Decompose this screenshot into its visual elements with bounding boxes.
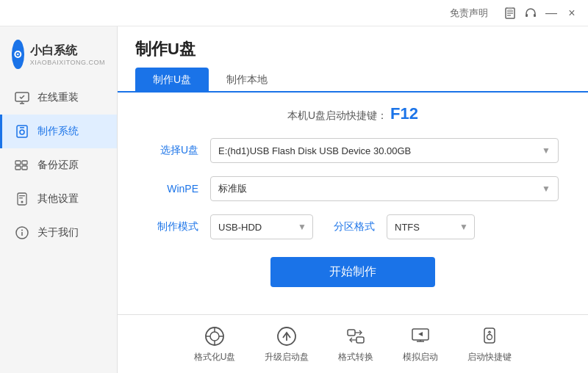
form-area: 本机U盘启动快捷键： F12 选择U盘 E:(hd1)USB Flash Dis… (118, 104, 588, 314)
mode-value: USB-HDD (218, 222, 262, 233)
shortcut-hint-text: 本机U盘启动快捷键： (287, 109, 387, 121)
page-title: 制作U盘 (135, 38, 196, 60)
sidebar-item-make-system[interactable]: 制作系统 (0, 115, 117, 148)
partition-dropdown-arrow-icon: ▼ (459, 222, 468, 232)
partition-value: NTFS (395, 222, 420, 233)
sidebar-item-backup-restore[interactable]: 备份还原 (0, 148, 117, 182)
logo-icon (12, 40, 24, 69)
bottom-toolbar: 格式化U盘 升级启动盘 (118, 314, 588, 373)
toolbar-boot-shortcut[interactable]: 启动快捷键 (467, 325, 512, 363)
sidebar-item-online-reinstall-label: 在线重装 (37, 91, 79, 104)
upgrade-boot-icon (275, 325, 298, 348)
svg-point-22 (21, 201, 24, 203)
logo-main-text: 小白系统 (30, 43, 105, 59)
winpe-value: 标准版 (218, 182, 551, 195)
svg-rect-18 (15, 166, 21, 170)
about-us-icon (14, 225, 30, 241)
mode-partition-row: 制作模式 USB-HDD ▼ 分区格式 NTFS ▼ (147, 214, 559, 239)
sidebar-item-backup-restore-label: 备份还原 (37, 159, 79, 172)
partition-dropdown[interactable]: NTFS ▼ (387, 214, 475, 239)
boot-shortcut-icon (478, 325, 501, 348)
svg-rect-19 (22, 161, 27, 164)
svg-point-10 (17, 54, 18, 55)
svg-rect-23 (19, 195, 25, 196)
mode-dropdown-arrow-icon: ▼ (298, 222, 306, 232)
svg-rect-5 (526, 14, 528, 17)
svg-point-15 (20, 130, 24, 134)
sidebar-item-other-settings[interactable]: 其他设置 (0, 182, 117, 216)
clipboard-icon[interactable] (500, 3, 520, 23)
svg-rect-17 (15, 161, 21, 164)
toolbar-format-usb-label: 格式化U盘 (194, 351, 236, 363)
content-area: 制作U盘 制作U盘 制作本地 本机U盘启动快捷键： F12 选择U盘 E:(hd… (118, 26, 588, 373)
winpe-row: WinPE 标准版 ▼ (147, 176, 559, 201)
format-convert-icon (344, 325, 368, 348)
usb-select-row: 选择U盘 E:(hd1)USB Flash Disk USB Device 30… (147, 138, 559, 163)
toolbar-format-convert-label: 格式转换 (338, 351, 373, 363)
logo-sub-text: XIAOBAIXITONG.COM (30, 59, 105, 66)
usb-label: 选择U盘 (147, 144, 198, 157)
format-usb-icon (203, 325, 226, 348)
logo-text: 小白系统 XIAOBAIXITONG.COM (30, 43, 105, 66)
page-header: 制作U盘 (118, 26, 588, 66)
mode-group: 制作模式 USB-HDD ▼ (147, 214, 313, 239)
logo-area: 小白系统 XIAOBAIXITONG.COM (0, 32, 117, 81)
tab-make-local[interactable]: 制作本地 (209, 68, 285, 93)
start-make-button[interactable]: 开始制作 (270, 257, 435, 287)
sidebar-item-about-us[interactable]: 关于我们 (0, 216, 117, 250)
close-button[interactable]: × (562, 3, 582, 23)
shortcut-hint: 本机U盘启动快捷键： F12 (147, 104, 559, 123)
free-statement-label[interactable]: 免责声明 (450, 7, 488, 20)
winpe-dropdown-arrow-icon: ▼ (542, 184, 551, 194)
toolbar-format-convert[interactable]: 格式转换 (338, 325, 373, 363)
partition-label: 分区格式 (331, 220, 375, 233)
winpe-dropdown[interactable]: 标准版 ▼ (210, 176, 559, 201)
app-body: 小白系统 XIAOBAIXITONG.COM 在线重装 (0, 26, 588, 373)
svg-rect-6 (534, 14, 536, 17)
svg-rect-24 (19, 198, 23, 198)
toolbar-format-usb[interactable]: 格式化U盘 (194, 325, 236, 363)
usb-select-value: E:(hd1)USB Flash Disk USB Device 30.00GB (218, 145, 551, 156)
svg-point-29 (210, 332, 219, 341)
tab-make-usb[interactable]: 制作U盘 (135, 68, 209, 93)
headset-icon[interactable] (520, 3, 541, 23)
toolbar-upgrade-boot-label: 升级启动盘 (265, 351, 309, 363)
svg-rect-21 (18, 193, 26, 205)
svg-rect-36 (348, 330, 355, 336)
svg-point-42 (487, 335, 492, 340)
svg-rect-16 (20, 127, 24, 128)
sidebar: 小白系统 XIAOBAIXITONG.COM 在线重装 (0, 26, 118, 373)
simulate-boot-icon (409, 325, 432, 348)
make-system-icon (14, 123, 30, 140)
svg-rect-41 (484, 328, 495, 343)
svg-rect-20 (22, 166, 27, 170)
toolbar-simulate-boot-label: 模拟启动 (403, 351, 438, 363)
usb-select-dropdown[interactable]: E:(hd1)USB Flash Disk USB Device 30.00GB… (210, 138, 559, 163)
toolbar-upgrade-boot[interactable]: 升级启动盘 (265, 325, 309, 363)
online-reinstall-icon (14, 90, 30, 106)
minimize-button[interactable]: — (541, 3, 562, 23)
mode-dropdown[interactable]: USB-HDD ▼ (210, 214, 313, 239)
svg-rect-1 (508, 7, 512, 10)
svg-point-27 (21, 230, 23, 231)
svg-rect-37 (356, 337, 364, 343)
toolbar-boot-shortcut-label: 启动快捷键 (467, 351, 512, 363)
sidebar-item-online-reinstall[interactable]: 在线重装 (0, 81, 117, 115)
tabs: 制作U盘 制作本地 (118, 66, 588, 93)
usb-dropdown-arrow-icon: ▼ (542, 145, 551, 156)
mode-label: 制作模式 (147, 220, 198, 233)
shortcut-key-value: F12 (390, 104, 418, 123)
titlebar: 免责声明 — × (0, 0, 588, 26)
partition-group: 分区格式 NTFS ▼ (331, 214, 475, 239)
backup-restore-icon (14, 157, 30, 173)
winpe-label: WinPE (147, 183, 198, 195)
sidebar-item-make-system-label: 制作系统 (37, 125, 79, 138)
other-settings-icon (14, 191, 30, 207)
toolbar-simulate-boot[interactable]: 模拟启动 (403, 325, 438, 363)
sidebar-item-about-us-label: 关于我们 (37, 226, 79, 239)
sidebar-item-other-settings-label: 其他设置 (37, 192, 79, 206)
